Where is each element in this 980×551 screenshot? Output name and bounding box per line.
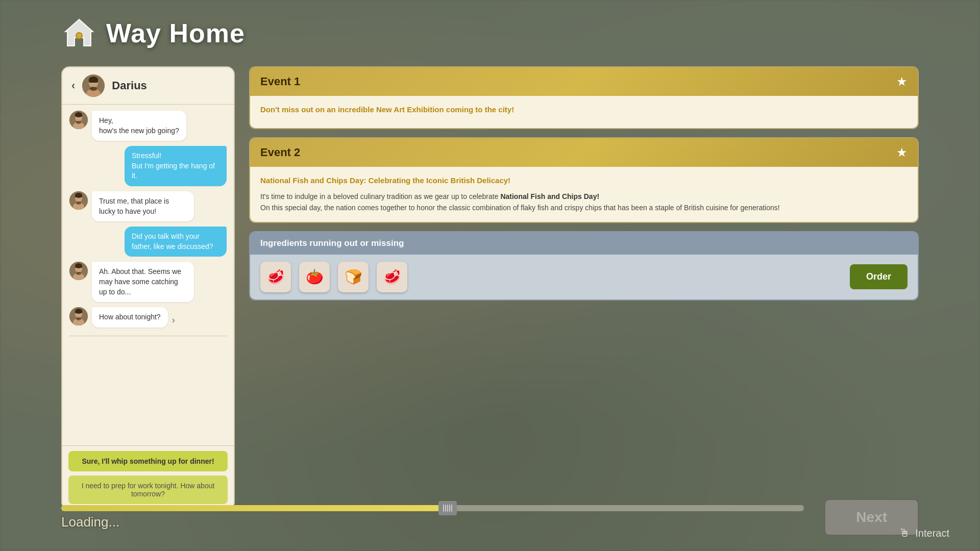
progress-knob[interactable] bbox=[438, 501, 457, 515]
event-1-title: Event 1 bbox=[260, 75, 300, 88]
event-2-title: Event 2 bbox=[260, 146, 300, 159]
message-bubble: Ah. About that. Seems we may have some c… bbox=[92, 262, 194, 302]
message-avatar bbox=[69, 307, 88, 325]
svg-point-1 bbox=[76, 33, 82, 39]
messages-divider bbox=[69, 336, 227, 336]
progress-track bbox=[61, 505, 804, 511]
message-bubble: How about tonight? bbox=[92, 307, 168, 328]
message-row: How about tonight? › bbox=[69, 307, 227, 328]
knob-lines bbox=[443, 505, 452, 512]
message-bubble: Hey,how's the new job going? bbox=[92, 111, 186, 141]
event-2-header: Event 2 ★ bbox=[250, 138, 918, 167]
event-1-header: Event 1 ★ bbox=[250, 67, 918, 96]
interact-indicator: 🖱 Interact bbox=[899, 527, 949, 540]
svg-point-8 bbox=[90, 87, 97, 91]
chat-messages[interactable]: Hey,how's the new job going? Stressful!B… bbox=[62, 105, 234, 445]
message-row: Ah. About that. Seems we may have some c… bbox=[69, 262, 227, 302]
knob-line-1 bbox=[443, 505, 444, 512]
event-2-highlight: National Fish and Chips Day: Celebrating… bbox=[260, 175, 908, 186]
progress-container: Loading... bbox=[61, 505, 804, 530]
events-panel: Event 1 ★ Don't miss out on an incredibl… bbox=[249, 66, 919, 510]
ingredient-item-1: 🥩 bbox=[260, 262, 291, 292]
knob-line-2 bbox=[445, 505, 446, 512]
svg-rect-31 bbox=[75, 310, 82, 313]
message-avatar bbox=[69, 111, 88, 129]
header: Way Home bbox=[61, 15, 245, 51]
knob-line-5 bbox=[451, 505, 452, 512]
event-2-description: It's time to indulge in a beloved culina… bbox=[260, 191, 908, 214]
ingredients-body: 🥩 🍅 🍞 🥩 Order bbox=[250, 255, 918, 299]
ingredient-item-2: 🍅 bbox=[299, 262, 330, 292]
loading-text: Loading... bbox=[61, 514, 804, 530]
event-1-star-icon[interactable]: ★ bbox=[896, 74, 908, 89]
knob-line-3 bbox=[447, 505, 448, 512]
svg-rect-19 bbox=[75, 194, 82, 197]
bottom-bar: Loading... Next bbox=[61, 499, 919, 536]
event-1-highlight: Don't miss out on an incredible New Art … bbox=[260, 104, 908, 115]
ingredient-item-4: 🥩 bbox=[377, 262, 407, 292]
svg-point-26 bbox=[76, 272, 81, 275]
svg-point-32 bbox=[76, 317, 81, 320]
chat-header: ‹ Darius bbox=[62, 67, 234, 105]
main-content: ‹ Darius bbox=[61, 66, 919, 510]
message-row: Stressful!But I'm getting the hang of it… bbox=[69, 146, 227, 186]
event-card-1: Event 1 ★ Don't miss out on an incredibl… bbox=[249, 66, 919, 129]
event-2-body: National Fish and Chips Day: Celebrating… bbox=[250, 167, 918, 222]
progress-fill bbox=[61, 505, 448, 511]
svg-rect-7 bbox=[89, 79, 98, 83]
knob-line-4 bbox=[449, 505, 450, 512]
chat-panel: ‹ Darius bbox=[61, 66, 235, 510]
event-2-star-icon[interactable]: ★ bbox=[896, 145, 908, 160]
contact-name: Darius bbox=[112, 79, 146, 92]
message-bubble: Stressful!But I'm getting the hang of it… bbox=[125, 146, 227, 186]
event-1-body: Don't miss out on an incredible New Art … bbox=[250, 96, 918, 128]
mouse-icon: 🖱 bbox=[899, 527, 910, 540]
contact-avatar bbox=[82, 74, 105, 97]
ingredient-item-3: 🍞 bbox=[338, 262, 369, 292]
logo-icon bbox=[61, 15, 97, 51]
ingredients-title: Ingredients running out or missing bbox=[260, 238, 404, 248]
choice-button-1[interactable]: Sure, I'll whip something up for dinner! bbox=[68, 451, 228, 471]
ingredients-panel: Ingredients running out or missing 🥩 🍅 🍞… bbox=[249, 231, 919, 300]
app-title: Way Home bbox=[106, 18, 245, 48]
svg-rect-25 bbox=[75, 265, 82, 268]
svg-rect-13 bbox=[75, 114, 82, 117]
message-row: Did you talk with your father, like we d… bbox=[69, 227, 227, 257]
message-row: Trust me, that place is lucky to have yo… bbox=[69, 191, 227, 221]
message-avatar bbox=[69, 191, 88, 210]
message-bubble: Trust me, that place is lucky to have yo… bbox=[92, 191, 194, 221]
svg-point-14 bbox=[76, 121, 81, 124]
message-avatar bbox=[69, 262, 88, 280]
ingredients-header: Ingredients running out or missing bbox=[250, 232, 918, 255]
event-card-2: Event 2 ★ National Fish and Chips Day: C… bbox=[249, 137, 919, 223]
message-bubble: Did you talk with your father, like we d… bbox=[125, 227, 227, 257]
message-row: Hey,how's the new job going? bbox=[69, 111, 227, 141]
order-button[interactable]: Order bbox=[850, 264, 908, 289]
interact-label: Interact bbox=[915, 528, 949, 539]
cursor-icon: › bbox=[172, 315, 175, 325]
back-button[interactable]: ‹ bbox=[71, 79, 75, 92]
svg-point-20 bbox=[76, 202, 81, 205]
